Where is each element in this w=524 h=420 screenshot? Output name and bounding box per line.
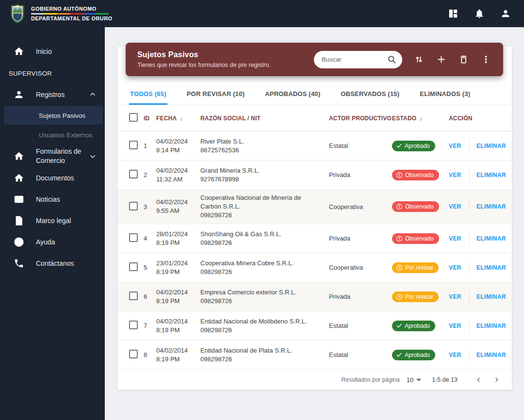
sidebar-item-label: Inicio xyxy=(36,47,52,56)
sidebar-item-label: Registros xyxy=(36,90,65,99)
col-estado[interactable]: ESTADO↓ xyxy=(392,114,449,122)
sidebar-item-label: Noticias xyxy=(36,195,60,204)
row-date: 04/02/2024 xyxy=(156,166,200,175)
sidebar-item-marco-legal[interactable]: Marco legal xyxy=(0,210,105,231)
action-divider xyxy=(469,320,470,332)
status-badge: Aprobado xyxy=(392,141,435,151)
sidebar-item-inicio[interactable]: Inicio xyxy=(0,41,105,62)
row-checkbox[interactable] xyxy=(129,291,138,300)
tab-por-revisar[interactable]: POR REVISAR (10) xyxy=(186,83,246,105)
row-razon-social: Cooperativa Nacional de Minería de Carbó… xyxy=(200,194,320,211)
document-icon xyxy=(14,215,24,226)
more-options-icon[interactable] xyxy=(480,54,491,65)
chevron-up-icon xyxy=(88,90,97,99)
ver-link[interactable]: VER xyxy=(449,352,461,358)
eliminar-link[interactable]: ELIMINAR xyxy=(476,235,506,242)
notifications-icon[interactable] xyxy=(474,8,485,19)
sidebar-section-supervisor: SUPERVISOR xyxy=(0,62,105,84)
delete-icon[interactable] xyxy=(458,54,469,65)
ver-link[interactable]: VER xyxy=(449,293,461,300)
ver-link[interactable]: VER xyxy=(449,323,461,329)
sujetos-pasivos-card: Sujetos Pasivos Tienes que revisar los f… xyxy=(117,47,512,390)
account-icon[interactable] xyxy=(500,8,511,19)
eliminar-link[interactable]: ELIMINAR xyxy=(476,293,506,300)
tab-observados[interactable]: OBSERVADOS (15) xyxy=(340,83,400,105)
org-name-line1: GOBIERNO AUTÓNOMO xyxy=(31,6,112,12)
sidebar-item-documentos[interactable]: Documentos xyxy=(0,167,105,189)
status-label: Aprobado xyxy=(405,143,430,149)
status-label: Aprobado xyxy=(405,323,430,329)
row-id: 3 xyxy=(144,203,156,210)
status-badge: Por revisar xyxy=(392,291,439,302)
dashboard-icon[interactable] xyxy=(447,8,459,19)
home-icon xyxy=(14,173,24,183)
row-id: 1 xyxy=(144,142,156,149)
action-divider xyxy=(469,233,470,244)
next-page-icon[interactable] xyxy=(490,373,503,387)
eliminar-link[interactable]: ELIMINAR xyxy=(476,203,506,210)
newspaper-icon xyxy=(14,194,24,205)
sidebar-item-registros[interactable]: Registros xyxy=(0,84,105,105)
chevron-down-icon xyxy=(88,152,97,161)
pagination: Resultados por página 10 1-5 de 13 xyxy=(117,370,512,390)
ver-link[interactable]: VER xyxy=(449,143,461,149)
row-checkbox[interactable] xyxy=(129,262,138,271)
tab-eliminados[interactable]: ELIMINADOS (3) xyxy=(419,83,471,105)
eliminar-link[interactable]: ELIMINAR xyxy=(476,143,506,149)
sidebar-item-label: Documentos xyxy=(36,174,74,183)
flag-stripe xyxy=(31,13,109,15)
search-icon[interactable] xyxy=(387,55,396,64)
row-nit: 098298726 xyxy=(200,211,320,220)
status-icon xyxy=(396,172,403,178)
prev-page-icon[interactable] xyxy=(472,373,486,387)
sidebar-item-ayuda[interactable]: Ayuda xyxy=(0,231,105,253)
sidebar-subitem-sujetos-pasivos[interactable]: Sujetos Pasivos xyxy=(4,106,103,125)
logo[interactable]: GOBIERNO AUTÓNOMO DEPARTAMENTAL DE ORURO xyxy=(9,3,112,24)
row-date: 04/02/2014 xyxy=(156,317,200,326)
col-fecha[interactable]: FECHA↓ xyxy=(156,114,200,122)
row-time: 8:19 PM xyxy=(156,326,200,335)
ver-link[interactable]: VER xyxy=(449,203,461,210)
row-checkbox[interactable] xyxy=(129,321,138,329)
tab-todos[interactable]: TODOS (65) xyxy=(129,83,167,105)
row-checkbox[interactable] xyxy=(129,350,138,358)
eliminar-link[interactable]: ELIMINAR xyxy=(476,264,506,271)
row-actor-productivo: Privada xyxy=(329,171,392,178)
status-icon xyxy=(396,323,402,329)
help-icon xyxy=(14,237,24,247)
search-input[interactable] xyxy=(322,56,387,63)
page-title: Sujetos Pasivos xyxy=(137,50,271,59)
table-row: 3 04/02/2024 9:55 AM Cooperativa Naciona… xyxy=(117,190,512,224)
eliminar-link[interactable]: ELIMINAR xyxy=(476,323,506,329)
row-checkbox[interactable] xyxy=(129,170,138,178)
sidebar-item-noticias[interactable]: Noticias xyxy=(0,189,105,210)
row-checkbox[interactable] xyxy=(129,233,138,242)
sidebar-item-contactanos[interactable]: Contáctanos xyxy=(0,253,105,274)
row-razon-social: Entidad Nacional de Molibdeno S.R.L. xyxy=(200,317,320,326)
add-icon[interactable] xyxy=(435,54,447,65)
action-divider xyxy=(469,169,470,181)
page-size-select[interactable]: 10 xyxy=(407,376,421,384)
table-row: 6 04/02/2014 8:19 PM Empresa Comercio ex… xyxy=(117,282,512,311)
row-id: 7 xyxy=(144,322,156,329)
row-checkbox[interactable] xyxy=(129,141,138,149)
row-id: 8 xyxy=(144,351,156,358)
sidebar-subitem-usuarios-externos[interactable]: Usuarios Externos xyxy=(4,126,103,144)
select-all-checkbox[interactable] xyxy=(129,113,138,122)
ver-link[interactable]: VER xyxy=(449,264,461,271)
ver-link[interactable]: VER xyxy=(449,172,461,178)
status-badge: Por revisar xyxy=(392,262,439,273)
sort-icon[interactable] xyxy=(413,54,425,65)
status-badge: Observado xyxy=(392,170,439,180)
row-razon-social: Grand Mineria S.R.L. xyxy=(200,166,320,175)
sidebar-item-formularios-comercio[interactable]: Formularios de Comercio xyxy=(0,145,105,167)
table-row: 5 23/01/2024 8:19 PM Cooperativa Minera … xyxy=(117,253,512,282)
tab-aprobados[interactable]: APROBADOS (40) xyxy=(264,83,321,105)
eliminar-link[interactable]: ELIMINAR xyxy=(476,352,506,358)
eliminar-link[interactable]: ELIMINAR xyxy=(476,172,506,178)
page-subtitle: Tienes que revisar los formularios de pr… xyxy=(137,62,271,68)
row-actor-productivo: Estatal xyxy=(329,322,392,329)
row-checkbox[interactable] xyxy=(129,202,138,210)
ver-link[interactable]: VER xyxy=(449,235,461,242)
row-time: 8:19 PM xyxy=(156,297,200,306)
